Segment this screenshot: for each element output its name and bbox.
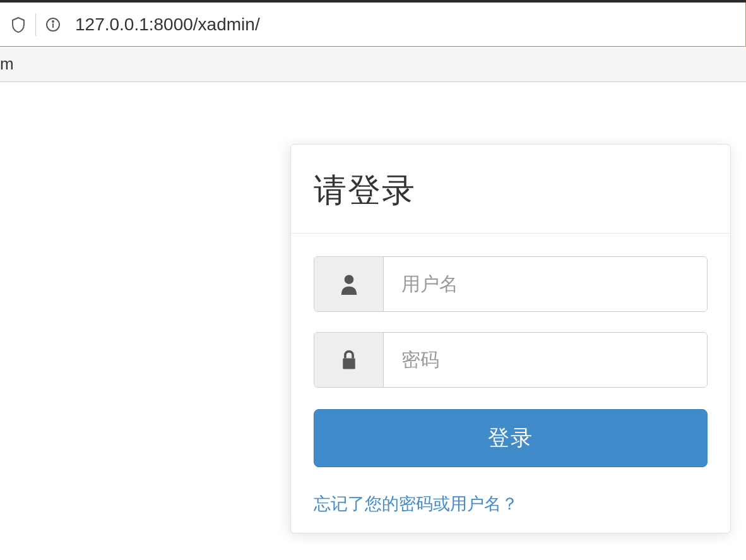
login-form: 登录 忘记了您的密码或用户名？: [291, 234, 730, 533]
login-button[interactable]: 登录: [314, 409, 708, 467]
user-icon: [314, 257, 384, 311]
lock-icon: [314, 333, 384, 387]
url-text[interactable]: 127.0.0.1:8000/xadmin/: [75, 15, 260, 35]
svg-point-2: [52, 21, 54, 22]
username-group: [314, 256, 708, 312]
login-title: 请登录: [314, 169, 708, 213]
password-input[interactable]: [384, 333, 707, 387]
svg-point-3: [344, 275, 353, 284]
bookmark-fragment: m: [0, 54, 14, 74]
bookmark-bar: m: [0, 47, 746, 82]
address-bar: 127.0.0.1:8000/xadmin/: [0, 3, 746, 47]
address-divider: [35, 13, 36, 36]
shield-icon[interactable]: [5, 11, 32, 38]
page-content: 请登录: [0, 82, 746, 560]
login-header: 请登录: [291, 145, 730, 234]
forgot-credentials-link[interactable]: 忘记了您的密码或用户名？: [314, 492, 518, 515]
username-input[interactable]: [384, 257, 707, 311]
password-group: [314, 332, 708, 388]
info-icon[interactable]: [40, 11, 66, 38]
svg-rect-4: [343, 359, 355, 369]
login-panel: 请登录: [290, 144, 731, 533]
